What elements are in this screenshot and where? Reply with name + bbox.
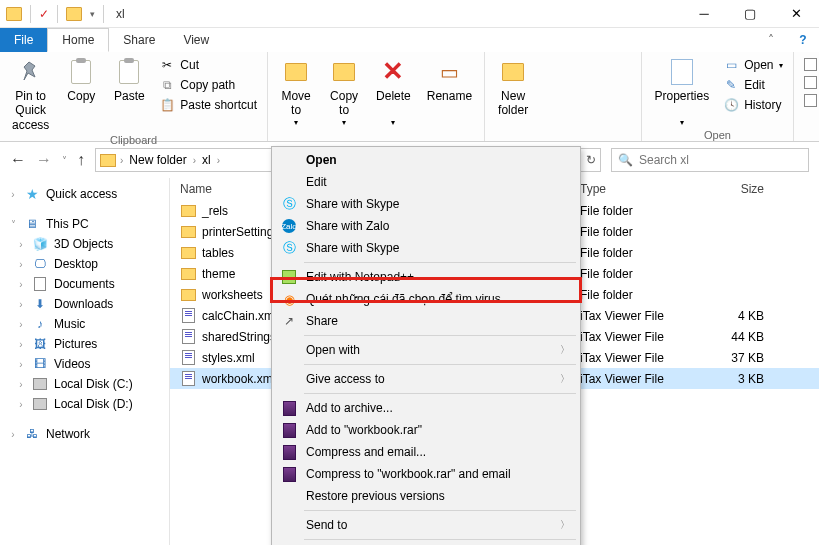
file-type: iTax Viewer File [580,309,700,323]
chevron-right-icon[interactable]: › [193,155,196,166]
music-icon: ♪ [32,317,48,331]
sidebar-item-desktop[interactable]: ›🖵Desktop [0,254,169,274]
sidebar-item-quick-access[interactable]: ›★Quick access [0,184,169,204]
paste-icon [115,58,143,86]
open-button[interactable]: ▭Open ▾ [719,56,786,74]
ctx-give-access-to[interactable]: Give access to〉 [274,368,578,390]
select-none-button[interactable]: Select none [800,74,819,90]
copy-path-button[interactable]: ⧉Copy path [155,76,261,94]
ctx-share[interactable]: ↗Share [274,310,578,332]
sidebar-item-network[interactable]: ›🖧Network [0,424,169,444]
move-to-icon [282,58,310,86]
paste-shortcut-button[interactable]: 📋Paste shortcut [155,96,261,114]
file-name: tables [202,246,234,260]
file-type: File folder [580,225,700,239]
properties-button[interactable]: Properties▾ [648,54,715,127]
breadcrumb-segment[interactable]: New folder [127,153,188,167]
forward-button[interactable]: → [36,151,52,169]
file-type: File folder [580,267,700,281]
column-header-size[interactable]: Size [700,182,780,196]
paste-shortcut-icon: 📋 [159,97,175,113]
rename-button[interactable]: ▭ Rename [421,54,478,103]
sidebar-item-videos[interactable]: ›🎞Videos [0,354,169,374]
sidebar-item-documents[interactable]: ›Documents [0,274,169,294]
minimize-button[interactable]: ─ [681,0,727,28]
file-type: iTax Viewer File [580,330,700,344]
sidebar-item-music[interactable]: ›♪Music [0,314,169,334]
file-name: styles.xml [202,351,255,365]
refresh-button[interactable]: ↻ [586,153,596,167]
ctx-send-to[interactable]: Send to〉 [274,514,578,536]
xml-file-icon [180,371,196,387]
ribbon-group-open: Properties▾ ▭Open ▾ ✎Edit 🕓History Open [642,52,793,141]
new-folder-button[interactable]: New folder [491,54,535,118]
file-type: iTax Viewer File [580,372,700,386]
help-button[interactable]: ? [787,28,819,52]
tab-view[interactable]: View [169,28,223,52]
ctx-open[interactable]: Open [274,149,578,171]
ctx-share-skype[interactable]: ⓈShare with Skype [274,193,578,215]
maximize-button[interactable]: ▢ [727,0,773,28]
ctx-edit-notepadpp[interactable]: Edit with Notepad++ [274,266,578,288]
file-name: _rels [202,204,228,218]
history-button[interactable]: 🕓History [719,96,786,114]
properties-icon [668,58,696,86]
sidebar-item-pictures[interactable]: ›🖼Pictures [0,334,169,354]
pin-to-quick-access-button[interactable]: Pin to Quick access [6,54,55,132]
ctx-compress-email[interactable]: Compress and email... [274,441,578,463]
ribbon-group-select: Select all Select none Invert selection … [794,52,819,141]
search-box[interactable]: 🔍 Search xl [611,148,809,172]
back-button[interactable]: ← [10,151,26,169]
sidebar-item-downloads[interactable]: ›⬇Downloads [0,294,169,314]
chevron-right-icon[interactable]: › [217,155,220,166]
file-type: File folder [580,288,700,302]
invert-selection-button[interactable]: Invert selection [800,92,819,108]
copy-to-button[interactable]: Copy to▾ [322,54,366,127]
tab-share[interactable]: Share [109,28,169,52]
paste-button[interactable]: Paste [107,54,151,103]
ctx-edit[interactable]: Edit [274,171,578,193]
column-header-type[interactable]: Type [580,182,700,196]
share-icon: ↗ [278,312,300,330]
chevron-right-icon[interactable]: › [120,155,123,166]
sidebar-item-3d-objects[interactable]: ›🧊3D Objects [0,234,169,254]
sidebar-item-disk-d[interactable]: ›Local Disk (D:) [0,394,169,414]
navigation-pane: ›★Quick access ˅🖥This PC ›🧊3D Objects ›🖵… [0,178,170,545]
file-size: 37 KB [700,351,780,365]
breadcrumb-segment[interactable]: xl [200,153,213,167]
folder-icon [6,7,22,21]
tab-file[interactable]: File [0,28,47,52]
xml-file-icon [180,350,196,366]
chevron-right-icon: 〉 [560,518,570,532]
ribbon-group-organize: Move to▾ Copy to▾ ✕ Delete▾ ▭ Rename Org… [268,52,485,141]
select-all-button[interactable]: Select all [800,56,819,72]
move-to-button[interactable]: Move to▾ [274,54,318,127]
ctx-share-skype-2[interactable]: ⓈShare with Skype [274,237,578,259]
sidebar-item-disk-c[interactable]: ›Local Disk (C:) [0,374,169,394]
ctx-add-to-archive[interactable]: Add to archive... [274,397,578,419]
ribbon-expand-button[interactable]: ˄ [755,28,787,52]
close-button[interactable]: ✕ [773,0,819,28]
disk-icon [32,377,48,391]
recent-locations-button[interactable]: ˅ [62,155,67,166]
sidebar-item-this-pc[interactable]: ˅🖥This PC [0,214,169,234]
folder-icon [66,7,82,21]
copy-button[interactable]: Copy [59,54,103,103]
ctx-restore-versions[interactable]: Restore previous versions [274,485,578,507]
delete-button[interactable]: ✕ Delete▾ [370,54,417,127]
tab-home[interactable]: Home [47,28,109,52]
edit-button[interactable]: ✎Edit [719,76,786,94]
up-button[interactable]: ↑ [77,151,85,169]
ctx-open-with[interactable]: Open with〉 [274,339,578,361]
qat-checkbox-icon[interactable]: ✓ [39,7,49,21]
ctx-share-zalo[interactable]: ZaloShare with Zalo [274,215,578,237]
ctx-compress-rar-email[interactable]: Compress to "workbook.rar" and email [274,463,578,485]
title-bar: ✓ ▾ xl ─ ▢ ✕ [0,0,819,28]
file-size: 3 KB [700,372,780,386]
ctx-add-to-workbook-rar[interactable]: Add to "workbook.rar" [274,419,578,441]
cut-button[interactable]: ✂Cut [155,56,261,74]
history-icon: 🕓 [723,97,739,113]
ctx-scan-virus[interactable]: ◉Quét những cái đã chọn để tìm virus [274,288,578,310]
qat-dropdown-icon[interactable]: ▾ [90,9,95,19]
videos-icon: 🎞 [32,357,48,371]
